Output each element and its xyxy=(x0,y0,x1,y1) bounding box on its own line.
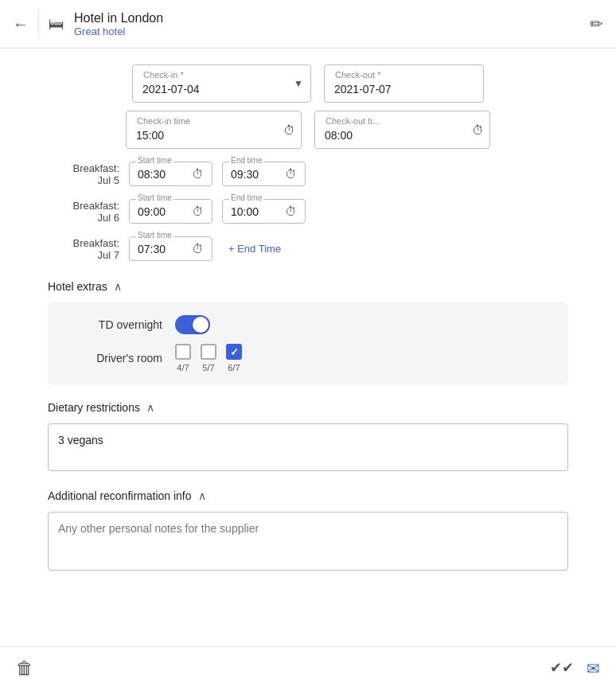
dietary-textarea[interactable]: 3 vegans xyxy=(48,423,568,471)
check-mark-3: ✓ xyxy=(230,346,239,358)
breakfast-label-1: Breakfast: Jul 5 xyxy=(48,162,119,186)
td-overnight-label: TD overnight xyxy=(67,318,162,331)
clock-icon-b2s: ⏱ xyxy=(192,205,204,218)
hotel-extras-box: TD overnight Driver's room 4/7 5/7 ✓ xyxy=(48,302,568,385)
hotel-extras-header[interactable]: Hotel extras ∧ xyxy=(48,280,568,293)
dietary-label: Dietary restrictions xyxy=(48,401,140,414)
breakfast-row-2: Breakfast: Jul 6 Start time 09:00 ⏱ End … xyxy=(48,199,568,224)
td-overnight-row: TD overnight xyxy=(67,315,549,334)
footer: 🗑 ✔✔ ✉ xyxy=(0,646,616,690)
dietary-header[interactable]: Dietary restrictions ∧ xyxy=(48,401,568,414)
checkbox-date-3: 6/7 xyxy=(228,363,240,372)
mail-button[interactable]: ✉ xyxy=(587,659,600,678)
page-subtitle: Great hotel xyxy=(74,25,580,37)
delete-button[interactable]: 🗑 xyxy=(16,658,33,679)
clock-icon-b2e: ⏱ xyxy=(285,205,297,218)
checkbox-1[interactable] xyxy=(175,344,191,360)
page-title: Hotel in London xyxy=(74,11,580,25)
header-text-block: Hotel in London Great hotel xyxy=(74,11,580,37)
back-button[interactable]: ← xyxy=(13,15,29,33)
drivers-room-label: Driver's room xyxy=(67,352,162,364)
hotel-extras-chevron: ∧ xyxy=(114,280,122,293)
breakfast-section: Breakfast: Jul 5 Start time 08:30 ⏱ End … xyxy=(48,162,568,261)
checkbox-date-1: 4/7 xyxy=(177,363,189,372)
checkbox-date-2: 5/7 xyxy=(202,363,214,372)
checkin-times-row: Check-in time ⏱ Check-out ti... ⏱ xyxy=(48,111,568,149)
additional-textarea[interactable] xyxy=(48,512,568,571)
footer-left: 🗑 xyxy=(16,658,33,679)
breakfast-row-3: Breakfast: Jul 7 Start time 07:30 ⏱ + En… xyxy=(48,236,568,261)
drivers-room-checkboxes: 4/7 5/7 ✓ 6/7 xyxy=(175,344,242,372)
additional-header[interactable]: Additional reconfirmation info ∧ xyxy=(48,489,568,502)
breakfast-1-start[interactable]: Start time 08:30 ⏱ xyxy=(129,162,212,186)
add-end-time-button[interactable]: + End Time xyxy=(228,243,281,255)
clock-icon-b1e: ⏱ xyxy=(285,167,297,181)
header: ← 🛏 Hotel in London Great hotel ✏ xyxy=(0,0,616,49)
footer-right: ✔✔ ✉ xyxy=(550,659,600,678)
checkbox-item-1: 4/7 xyxy=(175,344,191,372)
breakfast-row-1: Breakfast: Jul 5 Start time 08:30 ⏱ End … xyxy=(48,162,568,186)
checkin-input[interactable] xyxy=(132,64,311,103)
dietary-chevron: ∧ xyxy=(146,401,154,414)
hotel-extras-label: Hotel extras xyxy=(48,280,107,293)
header-divider xyxy=(38,10,39,38)
checkbox-item-3: ✓ 6/7 xyxy=(226,344,242,372)
checkout-input[interactable] xyxy=(324,64,484,103)
additional-label: Additional reconfirmation info xyxy=(48,489,192,502)
clock-icon-b1s: ⏱ xyxy=(192,167,204,181)
toggle-knob xyxy=(193,317,209,333)
double-check-button[interactable]: ✔✔ xyxy=(550,659,574,678)
breakfast-label-2: Breakfast: Jul 6 xyxy=(48,200,119,224)
checkin-time-field: Check-in time ⏱ xyxy=(126,111,302,149)
breakfast-label-3: Breakfast: Jul 7 xyxy=(48,237,119,261)
dates-row: Check-in * ▼ Check-out * xyxy=(48,64,568,103)
checkout-time-field: Check-out ti... ⏱ xyxy=(314,111,490,149)
checkbox-2[interactable] xyxy=(201,344,216,360)
checkin-field: Check-in * ▼ xyxy=(132,64,311,103)
breakfast-2-start[interactable]: Start time 09:00 ⏱ xyxy=(129,199,212,224)
edit-button[interactable]: ✏ xyxy=(590,14,603,33)
breakfast-3-start[interactable]: Start time 07:30 ⏱ xyxy=(129,236,212,261)
breakfast-2-end[interactable]: End time 10:00 ⏱ xyxy=(222,199,306,224)
checkout-field: Check-out * xyxy=(324,64,484,103)
td-overnight-toggle[interactable] xyxy=(175,315,210,334)
checkbox-item-2: 5/7 xyxy=(201,344,216,372)
additional-section: Additional reconfirmation info ∧ xyxy=(48,489,568,573)
drivers-room-row: Driver's room 4/7 5/7 ✓ 6/7 xyxy=(67,344,549,372)
checkin-time-input[interactable] xyxy=(126,111,302,149)
checkout-time-input[interactable] xyxy=(314,111,490,149)
clock-icon-b3s: ⏱ xyxy=(192,242,204,255)
breakfast-1-end[interactable]: End time 09:30 ⏱ xyxy=(222,162,306,186)
checkbox-3[interactable]: ✓ xyxy=(226,344,242,360)
hotel-icon: 🛏 xyxy=(49,15,64,33)
main-content: Check-in * ▼ Check-out * Check-in time ⏱… xyxy=(0,49,616,589)
dietary-section: Dietary restrictions ∧ 3 vegans xyxy=(48,401,568,474)
additional-chevron: ∧ xyxy=(198,489,206,502)
